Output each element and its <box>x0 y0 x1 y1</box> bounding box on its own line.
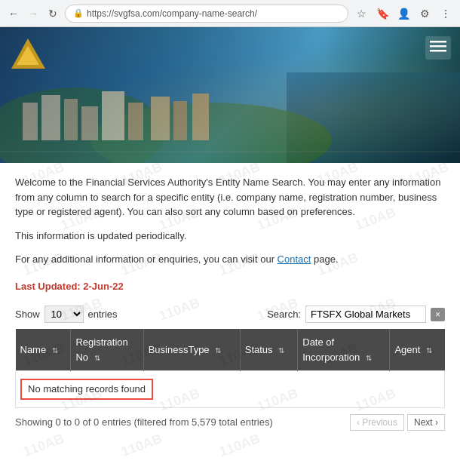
search-clear-button[interactable]: × <box>431 308 445 321</box>
svg-rect-7 <box>81 106 98 140</box>
hamburger-menu-icon[interactable] <box>425 36 451 60</box>
svg-rect-18 <box>430 50 446 52</box>
col-agent[interactable]: Agent ⇅ <box>390 329 445 371</box>
footer-text: Showing 0 to 0 of 0 entries (filtered fr… <box>15 415 273 430</box>
results-table: Name ⇅ RegistrationNo ⇅ BusinessType ⇅ S… <box>15 329 445 408</box>
search-input[interactable] <box>305 306 426 323</box>
address-bar[interactable]: 🔒 https://svgfsa.com/company-name-search… <box>65 5 348 23</box>
lock-icon: 🔒 <box>73 8 84 18</box>
last-updated-label: Last Updated: <box>15 281 83 292</box>
table-header: Name ⇅ RegistrationNo ⇅ BusinessType ⇅ S… <box>16 329 445 371</box>
update-notice: This information is updated periodically… <box>15 229 445 244</box>
svg-rect-5 <box>41 95 60 140</box>
col-agent-label: Agent <box>394 344 420 355</box>
search-area: Search: × <box>267 306 445 323</box>
sort-arrows-agent: ⇅ <box>426 346 432 355</box>
enquiry-text-before: For any additional information or enquir… <box>15 253 278 265</box>
logo-area <box>8 35 49 76</box>
entries-label: entries <box>88 307 118 322</box>
profile-button[interactable]: 👤 <box>395 5 412 22</box>
svg-rect-8 <box>102 91 124 140</box>
menu-button[interactable]: ⋮ <box>437 5 454 22</box>
col-reg-no[interactable]: RegistrationNo ⇅ <box>71 329 143 371</box>
svg-rect-16 <box>430 41 446 43</box>
sort-arrows-business: ⇅ <box>215 346 221 355</box>
show-entries-control: Show 10 25 50 100 entries <box>15 306 118 323</box>
svg-rect-12 <box>192 94 209 140</box>
menu-lines-icon <box>430 41 446 53</box>
entries-select[interactable]: 10 25 50 100 <box>44 306 84 323</box>
reload-button[interactable]: ↻ <box>45 6 60 21</box>
svg-rect-11 <box>173 101 187 140</box>
main-content: Welcome to the Financial Services Author… <box>0 163 460 443</box>
extensions-button[interactable]: ⚙ <box>416 5 433 22</box>
col-date-label: Date ofIncorporation <box>302 336 360 363</box>
site-logo <box>8 35 49 76</box>
col-name[interactable]: Name ⇅ <box>16 329 71 371</box>
col-status-label: Status <box>245 344 273 355</box>
svg-rect-17 <box>430 45 446 48</box>
previous-button[interactable]: ‹ Previous <box>350 414 404 431</box>
forward-button[interactable]: → <box>26 6 41 21</box>
header-row: Name ⇅ RegistrationNo ⇅ BusinessType ⇅ S… <box>16 329 445 371</box>
bookmark-button[interactable]: 🔖 <box>374 5 391 22</box>
last-updated-line: Last Updated: 2-Jun-22 <box>15 279 445 294</box>
table-footer: Showing 0 to 0 of 0 entries (filtered fr… <box>15 414 445 431</box>
contact-link[interactable]: Contact <box>278 253 311 265</box>
svg-rect-6 <box>64 99 78 140</box>
last-updated-value: 2-Jun-22 <box>83 281 123 292</box>
col-name-label: Name <box>20 344 47 355</box>
svg-rect-10 <box>151 97 170 140</box>
svg-rect-4 <box>23 103 38 140</box>
browser-chrome: ← → ↻ 🔒 https://svgfsa.com/company-name-… <box>0 0 460 27</box>
table-body: No matching records found <box>16 371 445 408</box>
show-label: Show <box>15 307 40 322</box>
star-button[interactable]: ☆ <box>353 5 370 22</box>
hero-banner <box>0 27 460 163</box>
url-text: https://svgfsa.com/company-name-search/ <box>87 8 257 19</box>
next-button[interactable]: Next › <box>407 414 445 431</box>
col-date[interactable]: Date ofIncorporation ⇅ <box>298 329 390 371</box>
pagination: ‹ Previous Next › <box>350 414 445 431</box>
col-business-type[interactable]: BusinessType ⇅ <box>143 329 240 371</box>
welcome-paragraph: Welcome to the Financial Services Author… <box>15 175 445 220</box>
col-business-label: BusinessType <box>149 344 210 355</box>
enquiry-text-after: page. <box>311 253 338 265</box>
col-status[interactable]: Status ⇅ <box>240 329 298 371</box>
sort-arrows-name: ⇅ <box>52 346 58 355</box>
no-records-cell: No matching records found <box>16 371 445 408</box>
sort-arrows-date: ⇅ <box>366 354 372 362</box>
col-reg-label: RegistrationNo <box>75 336 127 363</box>
svg-rect-9 <box>128 103 143 140</box>
back-button[interactable]: ← <box>6 6 21 21</box>
sort-arrows-status: ⇅ <box>278 346 284 355</box>
city-svg <box>0 27 460 163</box>
sort-arrows-reg: ⇅ <box>94 354 100 362</box>
no-records-message: No matching records found <box>20 379 153 400</box>
no-records-row: No matching records found <box>16 371 445 408</box>
search-label: Search: <box>267 307 301 322</box>
table-controls: Show 10 25 50 100 entries Search: × <box>15 306 445 323</box>
enquiry-paragraph: For any additional information or enquir… <box>15 252 445 267</box>
